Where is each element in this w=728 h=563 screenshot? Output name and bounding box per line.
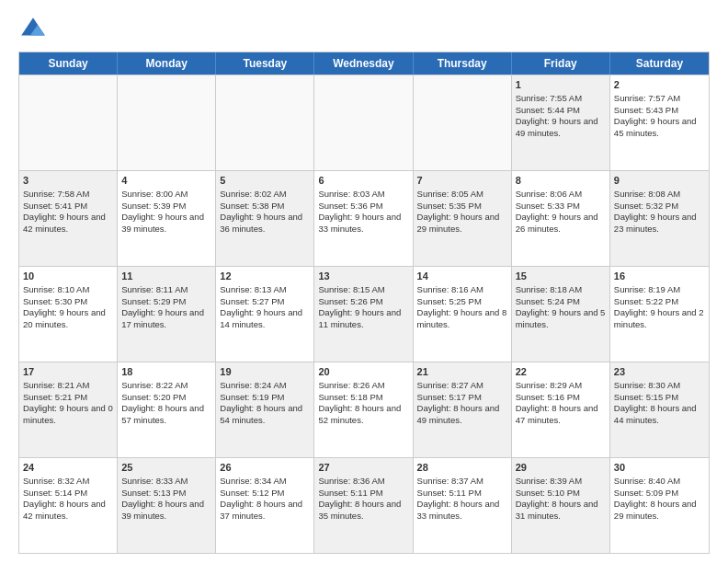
day-number: 22 bbox=[516, 365, 606, 379]
day-info: Sunrise: 8:10 AM Sunset: 5:30 PM Dayligh… bbox=[23, 284, 106, 329]
calendar-row: 3Sunrise: 7:58 AM Sunset: 5:41 PM Daylig… bbox=[19, 170, 709, 266]
day-number: 30 bbox=[614, 461, 705, 475]
day-info: Sunrise: 8:15 AM Sunset: 5:26 PM Dayligh… bbox=[318, 284, 401, 329]
calendar-cell: 13Sunrise: 8:15 AM Sunset: 5:26 PM Dayli… bbox=[314, 267, 413, 362]
calendar-cell: 30Sunrise: 8:40 AM Sunset: 5:09 PM Dayli… bbox=[610, 458, 709, 553]
day-number: 5 bbox=[220, 174, 310, 188]
day-info: Sunrise: 8:27 AM Sunset: 5:17 PM Dayligh… bbox=[417, 380, 500, 425]
day-info: Sunrise: 8:21 AM Sunset: 5:21 PM Dayligh… bbox=[23, 380, 113, 425]
calendar-cell: 1Sunrise: 7:55 AM Sunset: 5:44 PM Daylig… bbox=[512, 75, 610, 170]
day-number: 25 bbox=[121, 461, 211, 475]
calendar-cell: 21Sunrise: 8:27 AM Sunset: 5:17 PM Dayli… bbox=[414, 362, 512, 457]
day-number: 9 bbox=[614, 174, 705, 188]
day-info: Sunrise: 8:36 AM Sunset: 5:11 PM Dayligh… bbox=[318, 476, 401, 521]
calendar-cell: 15Sunrise: 8:18 AM Sunset: 5:24 PM Dayli… bbox=[512, 267, 610, 362]
calendar-cell: 19Sunrise: 8:24 AM Sunset: 5:19 PM Dayli… bbox=[216, 362, 314, 457]
calendar-row: 17Sunrise: 8:21 AM Sunset: 5:21 PM Dayli… bbox=[19, 362, 709, 457]
day-info: Sunrise: 8:34 AM Sunset: 5:12 PM Dayligh… bbox=[220, 476, 302, 521]
calendar-row: 24Sunrise: 8:32 AM Sunset: 5:14 PM Dayli… bbox=[19, 457, 709, 553]
day-info: Sunrise: 8:40 AM Sunset: 5:09 PM Dayligh… bbox=[614, 476, 697, 521]
header bbox=[18, 15, 710, 44]
day-info: Sunrise: 8:39 AM Sunset: 5:10 PM Dayligh… bbox=[516, 476, 598, 521]
day-number: 17 bbox=[23, 365, 113, 379]
day-info: Sunrise: 8:18 AM Sunset: 5:24 PM Dayligh… bbox=[516, 284, 606, 329]
weekday-header: Friday bbox=[512, 52, 610, 75]
calendar-cell: 16Sunrise: 8:19 AM Sunset: 5:22 PM Dayli… bbox=[610, 267, 709, 362]
day-number: 2 bbox=[614, 78, 705, 92]
day-info: Sunrise: 8:30 AM Sunset: 5:15 PM Dayligh… bbox=[614, 380, 697, 425]
logo-icon bbox=[18, 15, 48, 44]
day-number: 14 bbox=[417, 270, 507, 283]
day-info: Sunrise: 7:57 AM Sunset: 5:43 PM Dayligh… bbox=[614, 93, 697, 138]
weekday-header: Sunday bbox=[19, 52, 118, 75]
day-number: 7 bbox=[417, 174, 507, 188]
day-info: Sunrise: 8:24 AM Sunset: 5:19 PM Dayligh… bbox=[220, 380, 302, 425]
calendar-cell: 9Sunrise: 8:08 AM Sunset: 5:32 PM Daylig… bbox=[610, 171, 709, 266]
weekday-header: Wednesday bbox=[314, 52, 413, 75]
day-number: 6 bbox=[318, 174, 408, 188]
day-info: Sunrise: 8:19 AM Sunset: 5:22 PM Dayligh… bbox=[614, 284, 704, 329]
day-number: 21 bbox=[417, 365, 507, 379]
day-info: Sunrise: 8:11 AM Sunset: 5:29 PM Dayligh… bbox=[121, 284, 204, 329]
calendar-cell: 23Sunrise: 8:30 AM Sunset: 5:15 PM Dayli… bbox=[610, 362, 709, 457]
calendar-cell: 25Sunrise: 8:33 AM Sunset: 5:13 PM Dayli… bbox=[118, 458, 216, 553]
calendar-cell: 11Sunrise: 8:11 AM Sunset: 5:29 PM Dayli… bbox=[118, 267, 216, 362]
weekday-header: Thursday bbox=[414, 52, 512, 75]
calendar-cell: 26Sunrise: 8:34 AM Sunset: 5:12 PM Dayli… bbox=[216, 458, 314, 553]
calendar-body: 1Sunrise: 7:55 AM Sunset: 5:44 PM Daylig… bbox=[19, 75, 709, 553]
calendar-cell bbox=[216, 75, 314, 170]
day-info: Sunrise: 8:37 AM Sunset: 5:11 PM Dayligh… bbox=[417, 476, 500, 521]
day-number: 20 bbox=[318, 365, 408, 379]
calendar-row: 10Sunrise: 8:10 AM Sunset: 5:30 PM Dayli… bbox=[19, 266, 709, 362]
day-number: 11 bbox=[121, 270, 211, 283]
day-number: 19 bbox=[220, 365, 310, 379]
calendar-cell: 5Sunrise: 8:02 AM Sunset: 5:38 PM Daylig… bbox=[216, 171, 314, 266]
day-number: 26 bbox=[220, 461, 310, 475]
day-number: 8 bbox=[516, 174, 606, 188]
day-number: 18 bbox=[121, 365, 211, 379]
calendar: SundayMondayTuesdayWednesdayThursdayFrid… bbox=[18, 52, 710, 554]
calendar-cell: 17Sunrise: 8:21 AM Sunset: 5:21 PM Dayli… bbox=[19, 362, 118, 457]
calendar-cell: 24Sunrise: 8:32 AM Sunset: 5:14 PM Dayli… bbox=[19, 458, 118, 553]
day-info: Sunrise: 8:16 AM Sunset: 5:25 PM Dayligh… bbox=[417, 284, 507, 329]
day-info: Sunrise: 8:32 AM Sunset: 5:14 PM Dayligh… bbox=[23, 476, 106, 521]
day-number: 27 bbox=[318, 461, 408, 475]
day-number: 29 bbox=[516, 461, 606, 475]
calendar-cell: 27Sunrise: 8:36 AM Sunset: 5:11 PM Dayli… bbox=[314, 458, 413, 553]
calendar-header: SundayMondayTuesdayWednesdayThursdayFrid… bbox=[19, 52, 709, 75]
day-info: Sunrise: 8:29 AM Sunset: 5:16 PM Dayligh… bbox=[516, 380, 598, 425]
day-number: 16 bbox=[614, 270, 705, 283]
calendar-cell: 29Sunrise: 8:39 AM Sunset: 5:10 PM Dayli… bbox=[512, 458, 610, 553]
calendar-cell: 6Sunrise: 8:03 AM Sunset: 5:36 PM Daylig… bbox=[314, 171, 413, 266]
calendar-cell bbox=[19, 75, 118, 170]
calendar-cell: 28Sunrise: 8:37 AM Sunset: 5:11 PM Dayli… bbox=[414, 458, 512, 553]
calendar-cell: 3Sunrise: 7:58 AM Sunset: 5:41 PM Daylig… bbox=[19, 171, 118, 266]
day-number: 23 bbox=[614, 365, 705, 379]
day-number: 12 bbox=[220, 270, 310, 283]
day-info: Sunrise: 8:02 AM Sunset: 5:38 PM Dayligh… bbox=[220, 189, 302, 234]
day-info: Sunrise: 8:05 AM Sunset: 5:35 PM Dayligh… bbox=[417, 189, 500, 234]
calendar-cell bbox=[414, 75, 512, 170]
day-info: Sunrise: 7:55 AM Sunset: 5:44 PM Dayligh… bbox=[516, 93, 598, 138]
calendar-cell: 10Sunrise: 8:10 AM Sunset: 5:30 PM Dayli… bbox=[19, 267, 118, 362]
calendar-cell: 12Sunrise: 8:13 AM Sunset: 5:27 PM Dayli… bbox=[216, 267, 314, 362]
day-info: Sunrise: 8:03 AM Sunset: 5:36 PM Dayligh… bbox=[318, 189, 401, 234]
day-number: 3 bbox=[23, 174, 113, 188]
day-number: 28 bbox=[417, 461, 507, 475]
day-info: Sunrise: 8:06 AM Sunset: 5:33 PM Dayligh… bbox=[516, 189, 598, 234]
day-info: Sunrise: 7:58 AM Sunset: 5:41 PM Dayligh… bbox=[23, 189, 106, 234]
day-info: Sunrise: 8:08 AM Sunset: 5:32 PM Dayligh… bbox=[614, 189, 697, 234]
weekday-header: Monday bbox=[118, 52, 216, 75]
calendar-cell: 4Sunrise: 8:00 AM Sunset: 5:39 PM Daylig… bbox=[118, 171, 216, 266]
day-info: Sunrise: 8:00 AM Sunset: 5:39 PM Dayligh… bbox=[121, 189, 204, 234]
day-info: Sunrise: 8:13 AM Sunset: 5:27 PM Dayligh… bbox=[220, 284, 302, 329]
day-info: Sunrise: 8:26 AM Sunset: 5:18 PM Dayligh… bbox=[318, 380, 401, 425]
day-number: 13 bbox=[318, 270, 408, 283]
calendar-cell: 8Sunrise: 8:06 AM Sunset: 5:33 PM Daylig… bbox=[512, 171, 610, 266]
day-number: 15 bbox=[516, 270, 606, 283]
page: SundayMondayTuesdayWednesdayThursdayFrid… bbox=[0, 0, 728, 563]
calendar-row: 1Sunrise: 7:55 AM Sunset: 5:44 PM Daylig… bbox=[19, 75, 709, 170]
day-number: 1 bbox=[516, 78, 606, 92]
weekday-header: Saturday bbox=[610, 52, 709, 75]
calendar-cell bbox=[314, 75, 413, 170]
